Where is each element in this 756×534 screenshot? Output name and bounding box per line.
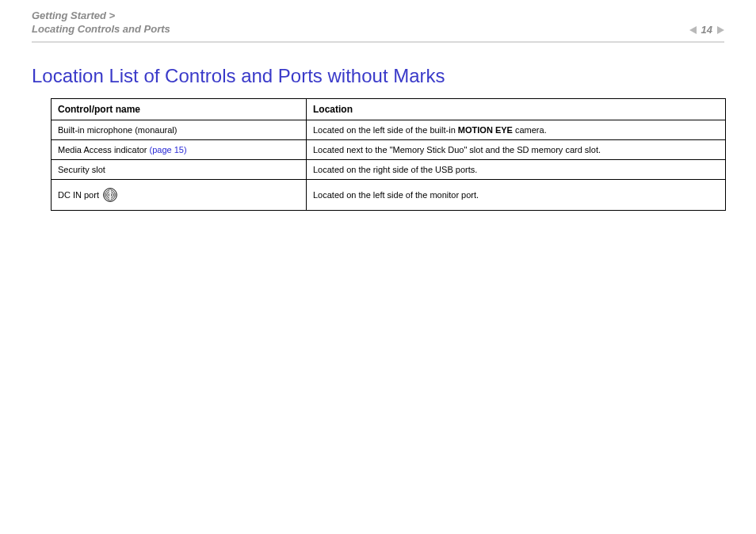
cell-control-name: Security slot	[52, 159, 307, 179]
dc-in-icon	[102, 187, 118, 203]
breadcrumb-line-1: Getting Started >	[32, 10, 170, 23]
cell-control-name: Media Access indicator (page 15)	[52, 139, 307, 159]
cell-location: Located on the left side of the monitor …	[307, 179, 726, 210]
page-reference-link[interactable]: (page 15)	[150, 145, 187, 154]
page-number: 14	[701, 24, 712, 36]
page-title: Location List of Controls and Ports with…	[32, 65, 724, 87]
page-header: Getting Started > Locating Controls and …	[0, 0, 756, 41]
breadcrumb-line-2: Locating Controls and Ports	[32, 23, 170, 36]
table-header-row: Control/port name Location	[52, 98, 726, 120]
control-name-text: DC IN port	[58, 190, 99, 200]
cell-location: Located on the left side of the built-in…	[307, 120, 726, 139]
cell-control-name: DC IN port	[52, 179, 307, 210]
table-row: Media Access indicator (page 15) Located…	[52, 139, 726, 159]
page-nav: 14	[689, 10, 724, 36]
table-row: DC IN port Located on the	[52, 179, 726, 210]
cell-location: Located on the right side of the USB por…	[307, 159, 726, 179]
table-row: Built-in microphone (monaural) Located o…	[52, 120, 726, 139]
controls-ports-table: Control/port name Location Built-in micr…	[51, 98, 726, 211]
table-header-location: Location	[307, 98, 726, 120]
table-header-control: Control/port name	[52, 98, 307, 120]
breadcrumb[interactable]: Getting Started > Locating Controls and …	[32, 10, 170, 36]
location-text-bold: MOTION EYE	[458, 125, 513, 135]
control-name-text: Media Access indicator	[58, 145, 150, 154]
location-text-pre: Located on the left side of the built-in	[313, 125, 458, 135]
cell-control-name: Built-in microphone (monaural)	[52, 120, 307, 139]
prev-page-icon[interactable]	[689, 26, 697, 34]
table-row: Security slot Located on the right side …	[52, 159, 726, 179]
location-text-post: camera.	[513, 125, 547, 135]
content-area: Location List of Controls and Ports with…	[0, 43, 756, 211]
next-page-icon[interactable]	[717, 26, 724, 34]
cell-location: Located next to the "Memory Stick Duo" s…	[307, 139, 726, 159]
